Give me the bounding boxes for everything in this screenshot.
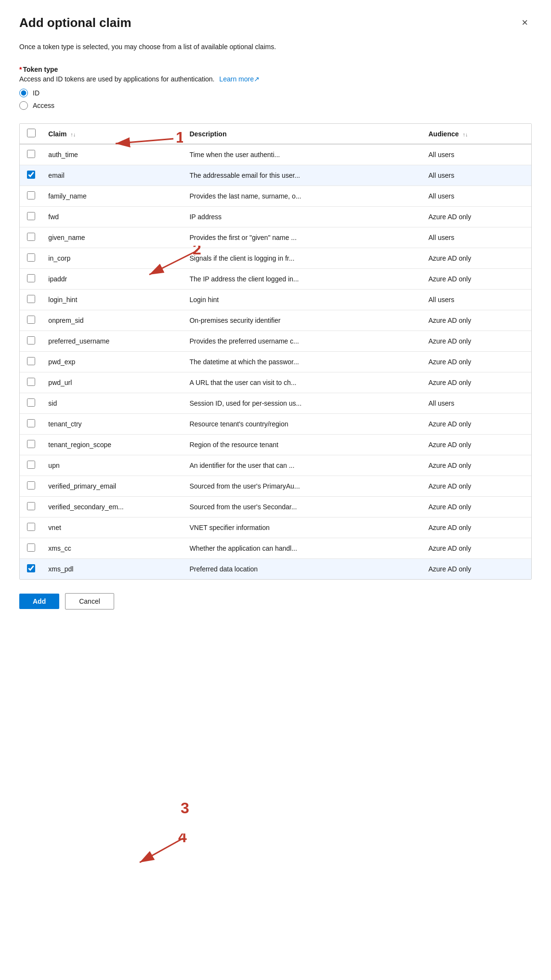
radio-access-input[interactable] xyxy=(19,101,28,110)
row-checkbox-cell xyxy=(20,269,42,290)
table-row: login_hintLogin hintAll users xyxy=(20,290,531,310)
claim-name-cell: xms_pdl xyxy=(42,559,184,580)
row-checkbox[interactable] xyxy=(27,171,35,179)
claim-name: fwd xyxy=(48,213,59,221)
claim-description: Sourced from the user's Secondar... xyxy=(189,503,297,511)
row-checkbox[interactable] xyxy=(27,357,35,365)
claim-audience: All users xyxy=(429,399,455,407)
claim-audience-cell: Azure AD only xyxy=(423,497,532,517)
column-header-claim[interactable]: Claim ↑↓ xyxy=(42,124,184,144)
row-checkbox-cell xyxy=(20,559,42,580)
row-checkbox[interactable] xyxy=(27,502,35,510)
claim-description: Time when the user authenti... xyxy=(189,151,280,159)
claim-audience: Azure AD only xyxy=(429,420,472,428)
claim-description: Region of the resource tenant xyxy=(189,441,278,449)
claim-name-cell: verified_primary_email xyxy=(42,476,184,497)
table-header-row: Claim ↑↓ Description Audience ↑↓ xyxy=(20,124,531,144)
column-header-audience[interactable]: Audience ↑↓ xyxy=(423,124,532,144)
claim-description: On-premises security identifier xyxy=(189,317,280,324)
row-checkbox[interactable] xyxy=(27,543,35,552)
row-checkbox[interactable] xyxy=(27,398,35,407)
claim-name-cell: tenant_ctry xyxy=(42,414,184,435)
radio-access[interactable]: Access xyxy=(19,101,532,110)
learn-more-link[interactable]: Learn more↗ xyxy=(219,75,260,83)
row-checkbox[interactable] xyxy=(27,523,35,531)
claim-description: Session ID, used for per-session us... xyxy=(189,399,302,407)
claim-name: onprem_sid xyxy=(48,317,83,324)
row-checkbox[interactable] xyxy=(27,150,35,158)
cancel-button[interactable]: Cancel xyxy=(65,593,114,609)
table-row: fwdIP addressAzure AD only xyxy=(20,207,531,227)
row-checkbox[interactable] xyxy=(27,274,35,282)
row-checkbox[interactable] xyxy=(27,233,35,241)
row-checkbox-cell xyxy=(20,435,42,455)
annotation-arrow-3: 3 xyxy=(120,800,197,829)
claim-audience-cell: Azure AD only xyxy=(423,269,532,290)
required-star: * xyxy=(19,66,22,73)
table-row: onprem_sidOn-premises security identifie… xyxy=(20,310,531,331)
claim-sort-icon: ↑↓ xyxy=(70,132,76,137)
table-row: family_nameProvides the last name, surna… xyxy=(20,186,531,207)
claim-name: pwd_exp xyxy=(48,358,75,366)
claim-description-cell: Provides the preferred username c... xyxy=(184,331,422,352)
row-checkbox[interactable] xyxy=(27,253,35,262)
radio-id-label: ID xyxy=(33,89,39,97)
claim-audience: Azure AD only xyxy=(429,482,472,490)
claim-name-cell: tenant_region_scope xyxy=(42,435,184,455)
table-row: preferred_usernameProvides the preferred… xyxy=(20,331,531,352)
svg-text:3: 3 xyxy=(181,800,189,817)
claim-description-cell: The IP address the client logged in... xyxy=(184,269,422,290)
row-checkbox[interactable] xyxy=(27,336,35,344)
close-button[interactable]: × xyxy=(518,15,532,30)
claim-description: Resource tenant's country/region xyxy=(189,420,288,428)
select-all-checkbox[interactable] xyxy=(27,129,36,137)
row-checkbox[interactable] xyxy=(27,419,35,427)
row-checkbox-cell xyxy=(20,497,42,517)
claim-audience-cell: Azure AD only xyxy=(423,538,532,559)
row-checkbox-cell xyxy=(20,538,42,559)
row-checkbox[interactable] xyxy=(27,440,35,448)
row-checkbox[interactable] xyxy=(27,212,35,220)
claim-description: An identifier for the user that can ... xyxy=(189,462,294,469)
table-row: auth_timeTime when the user authenti...A… xyxy=(20,144,531,165)
claim-description-cell: Provides the first or "given" name ... xyxy=(184,227,422,248)
row-checkbox[interactable] xyxy=(27,378,35,386)
token-type-description: Access and ID tokens are used by applica… xyxy=(19,75,532,83)
claim-description-cell: An identifier for the user that can ... xyxy=(184,455,422,476)
claim-description-cell: Session ID, used for per-session us... xyxy=(184,393,422,414)
footer-buttons: Add Cancel xyxy=(19,593,532,609)
claim-name: verified_primary_email xyxy=(48,482,116,490)
claim-description: Provides the last name, surname, o... xyxy=(189,192,301,200)
svg-line-9 xyxy=(140,838,183,862)
row-checkbox[interactable] xyxy=(27,564,35,572)
claim-audience-cell: Azure AD only xyxy=(423,248,532,269)
claim-name-cell: family_name xyxy=(42,186,184,207)
claim-audience-cell: Azure AD only xyxy=(423,207,532,227)
claim-description-cell: Signals if the client is logging in fr..… xyxy=(184,248,422,269)
radio-id[interactable]: ID xyxy=(19,89,532,97)
row-checkbox[interactable] xyxy=(27,481,35,490)
claim-description: Whether the application can handl... xyxy=(189,544,297,552)
token-type-label: *Token type xyxy=(19,66,532,73)
claim-description-cell: Preferred data location xyxy=(184,559,422,580)
row-checkbox[interactable] xyxy=(27,316,35,324)
row-checkbox[interactable] xyxy=(27,295,35,303)
claim-audience-cell: Azure AD only xyxy=(423,352,532,372)
claim-name-cell: upn xyxy=(42,455,184,476)
dialog-title: Add optional claim xyxy=(19,15,131,30)
claim-description-cell: Sourced from the user's PrimaryAu... xyxy=(184,476,422,497)
claim-audience-cell: Azure AD only xyxy=(423,455,532,476)
add-button[interactable]: Add xyxy=(19,594,59,609)
claim-audience-cell: Azure AD only xyxy=(423,517,532,538)
table-row: given_nameProvides the first or "given" … xyxy=(20,227,531,248)
row-checkbox[interactable] xyxy=(27,461,35,469)
dialog-header: Add optional claim × xyxy=(19,15,532,30)
radio-id-input[interactable] xyxy=(19,89,28,97)
claim-audience: Azure AD only xyxy=(429,565,472,573)
claim-name: vnet xyxy=(48,524,61,531)
claim-name: upn xyxy=(48,462,59,469)
claim-description: VNET specifier information xyxy=(189,524,269,531)
table-row: emailThe addressable email for this user… xyxy=(20,165,531,186)
claim-audience: Azure AD only xyxy=(429,441,472,449)
row-checkbox[interactable] xyxy=(27,191,35,199)
